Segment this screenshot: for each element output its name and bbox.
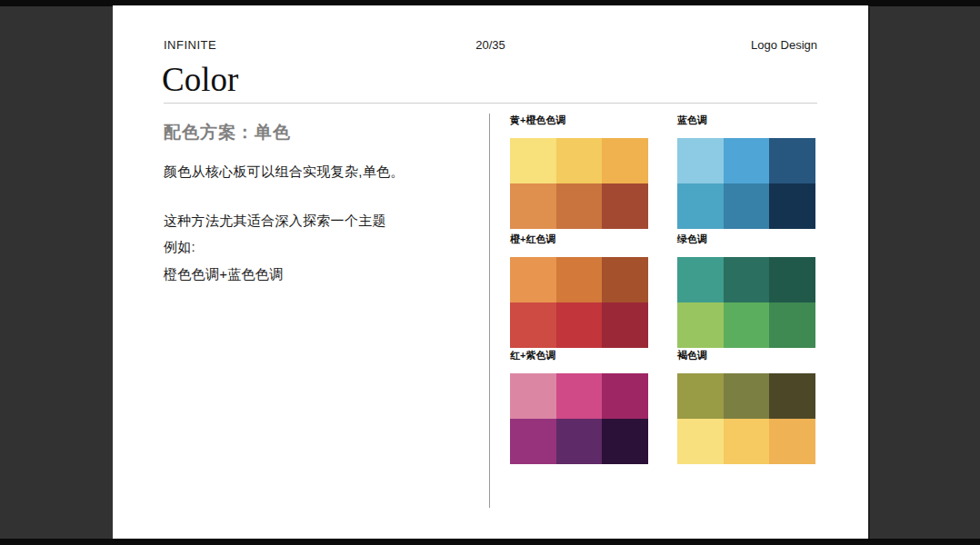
color-swatch bbox=[769, 257, 815, 302]
color-swatch bbox=[677, 302, 724, 348]
color-swatch bbox=[769, 373, 815, 419]
color-swatch bbox=[556, 138, 603, 183]
color-swatch bbox=[556, 183, 603, 229]
palette-block: 蓝色调 bbox=[677, 114, 815, 229]
vertical-divider bbox=[489, 114, 490, 508]
palette-grid bbox=[677, 257, 815, 348]
color-swatch bbox=[602, 257, 648, 302]
palette-block: 绿色调 bbox=[677, 233, 815, 348]
color-swatch bbox=[510, 138, 556, 183]
palette-block: 褐色调 bbox=[677, 349, 815, 464]
color-swatch bbox=[556, 302, 603, 348]
color-swatch bbox=[724, 257, 770, 302]
color-swatch bbox=[602, 183, 648, 229]
color-swatch bbox=[724, 302, 770, 348]
color-swatch bbox=[677, 138, 724, 183]
body-line-3: 例如: bbox=[164, 239, 195, 256]
scheme-heading: 配色方案：单色 bbox=[164, 121, 291, 144]
palette-block: 橙+红色调 bbox=[510, 233, 648, 348]
color-swatch bbox=[602, 302, 648, 348]
color-swatch bbox=[556, 373, 603, 419]
color-swatch bbox=[769, 138, 815, 183]
bottom-edge-bar bbox=[0, 539, 980, 545]
color-swatch bbox=[510, 183, 556, 229]
color-swatch bbox=[724, 183, 770, 229]
color-swatch bbox=[769, 302, 815, 348]
body-line-4: 橙色色调+蓝色色调 bbox=[164, 266, 283, 283]
section-label: Logo Design bbox=[751, 38, 817, 52]
color-swatch bbox=[510, 373, 556, 419]
color-swatch bbox=[724, 373, 770, 419]
color-swatch bbox=[724, 138, 770, 183]
color-swatch bbox=[602, 373, 648, 419]
body-line-2: 这种方法尤其适合深入探索一个主题 bbox=[164, 213, 386, 230]
body-line-1: 颜色从核心板可以组合实现复杂,单色。 bbox=[164, 164, 405, 181]
color-swatch bbox=[602, 138, 648, 183]
palette-block: 黄+橙色色调 bbox=[510, 114, 648, 229]
color-swatch bbox=[602, 419, 648, 464]
color-swatch bbox=[556, 257, 603, 302]
viewer-stage: INFINITE 20/35 Logo Design Color 配色方案：单色… bbox=[0, 0, 980, 545]
color-swatch bbox=[677, 183, 724, 229]
palette-grid bbox=[510, 138, 648, 229]
slide-page: INFINITE 20/35 Logo Design Color 配色方案：单色… bbox=[113, 5, 868, 539]
palette-grid bbox=[677, 373, 815, 464]
palette-block: 红+紫色调 bbox=[510, 349, 648, 464]
color-swatch bbox=[677, 257, 724, 302]
page-indicator: 20/35 bbox=[475, 38, 505, 52]
page-title: Color bbox=[162, 62, 238, 99]
palette-label: 绿色调 bbox=[677, 233, 815, 245]
palette-grid bbox=[510, 373, 648, 464]
color-swatch bbox=[677, 373, 724, 419]
color-swatch bbox=[769, 183, 815, 229]
color-swatch bbox=[510, 302, 556, 348]
color-swatch bbox=[724, 419, 770, 464]
color-swatch bbox=[769, 419, 815, 464]
color-swatch bbox=[510, 257, 556, 302]
palette-label: 褐色调 bbox=[677, 349, 815, 362]
color-swatch bbox=[510, 419, 556, 464]
palette-label: 蓝色调 bbox=[677, 114, 815, 126]
palette-label: 红+紫色调 bbox=[510, 349, 648, 362]
palette-label: 橙+红色调 bbox=[510, 233, 648, 245]
palette-label: 黄+橙色色调 bbox=[510, 114, 648, 126]
palette-grid bbox=[677, 138, 815, 229]
color-swatch bbox=[556, 419, 603, 464]
brand-label: INFINITE bbox=[164, 38, 216, 52]
title-divider bbox=[164, 103, 817, 104]
color-swatch bbox=[677, 419, 724, 464]
palette-grid bbox=[510, 257, 648, 348]
